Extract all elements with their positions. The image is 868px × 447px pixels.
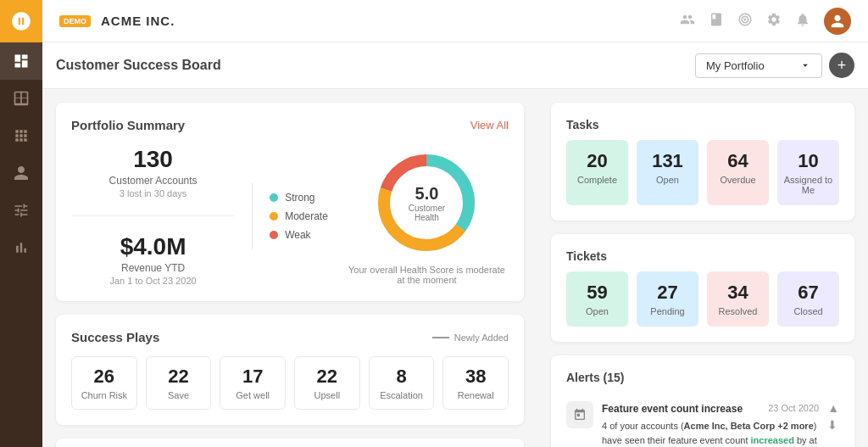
sidebar-item-person[interactable] — [0, 154, 42, 192]
page-title: Customer Success Board — [56, 58, 221, 73]
health-note: Your overall Health Score is moderate at… — [345, 265, 509, 285]
task-overdue[interactable]: 64 Overdue — [707, 140, 769, 205]
newly-added: Newly Added — [432, 332, 509, 343]
play-churn-risk-label: Churn Risk — [77, 390, 131, 400]
task-overdue-label: Overdue — [712, 175, 764, 185]
task-complete[interactable]: 20 Complete — [566, 140, 628, 205]
success-plays-header: Success Plays Newly Added — [71, 330, 509, 344]
portfolio-summary-card: Portfolio Summary View All 130 Customer … — [56, 103, 524, 301]
sidebar-logo[interactable] — [0, 0, 42, 42]
avatar[interactable] — [824, 8, 851, 35]
ticket-closed-label: Closed — [782, 306, 834, 316]
ticket-pending-label: Pending — [642, 306, 693, 316]
legend-strong-dot — [270, 193, 278, 202]
alert-1-action-up[interactable]: ▲ — [827, 401, 839, 415]
legend-strong: Strong — [270, 192, 328, 204]
play-escalation-label: Escalation — [375, 390, 429, 400]
portfolio-dropdown-value: My Portfolio — [706, 59, 765, 72]
apps-icon — [13, 127, 30, 144]
alerts-title: Alerts (15) — [566, 371, 839, 384]
vertical-divider — [252, 182, 253, 250]
portfolio-summary-header: Portfolio Summary View All — [71, 118, 509, 132]
ticket-closed[interactable]: 67 Closed — [777, 271, 839, 327]
task-assigned[interactable]: 10 Assigned to Me — [777, 140, 839, 205]
alert-1-text: 4 of your accounts (Acme Inc, Beta Corp … — [602, 419, 819, 447]
tasks-card: Tasks 20 Complete 131 Open 64 Overdue — [551, 103, 854, 221]
logo-icon — [10, 10, 32, 32]
ticket-open-value: 59 — [571, 282, 623, 304]
donut-label: 5.0 Customer Health — [399, 183, 454, 221]
target-icon[interactable] — [737, 12, 753, 30]
play-upsell-label: Upsell — [300, 390, 354, 400]
portfolio-dropdown[interactable]: My Portfolio — [695, 53, 822, 78]
portfolio-select: My Portfolio + — [695, 53, 854, 78]
portfolio-stats: 130 Customer Accounts 3 lost in 30 days … — [71, 146, 235, 286]
play-save[interactable]: 22 Save — [146, 356, 212, 410]
alert-1-actions: ▲ ⬇ — [827, 401, 839, 447]
ticket-closed-value: 67 — [782, 282, 834, 304]
topbar: DEMO ACME INC. — [42, 0, 868, 42]
play-churn-risk[interactable]: 26 Churn Risk — [71, 356, 137, 410]
success-plays-card: Success Plays Newly Added 26 Churn Risk … — [56, 315, 524, 425]
task-open[interactable]: 131 Open — [637, 140, 698, 205]
tickets-card: Tickets 59 Open 27 Pending 34 Resolved — [551, 234, 854, 342]
customer-accounts-sub: 3 lost in 30 days — [71, 188, 235, 198]
portfolio-analysis-card: Portfolio Analysis — [56, 439, 524, 447]
ticket-open[interactable]: 59 Open — [566, 271, 628, 327]
plays-grid: 26 Churn Risk 22 Save 17 Get well 22 Ups… — [71, 356, 509, 410]
revenue-value: $4.0M — [71, 233, 235, 260]
health-score-value: 5.0 — [399, 183, 454, 203]
tasks-title: Tasks — [566, 118, 839, 131]
task-complete-label: Complete — [571, 175, 623, 185]
play-get-well[interactable]: 17 Get well — [220, 356, 286, 410]
play-save-label: Save — [152, 390, 206, 400]
ticket-resolved[interactable]: 34 Resolved — [707, 271, 769, 327]
task-assigned-value: 10 — [782, 150, 834, 172]
sidebar-item-sliders[interactable] — [0, 192, 42, 229]
play-upsell[interactable]: 22 Upsell — [294, 356, 360, 410]
chart-icon — [13, 239, 30, 256]
play-renewal-label: Renewal — [448, 390, 503, 400]
topbar-icons — [680, 8, 851, 35]
tickets-grid: 59 Open 27 Pending 34 Resolved 67 Closed — [566, 271, 839, 327]
tickets-title: Tickets — [566, 249, 839, 263]
play-renewal[interactable]: 38 Renewal — [442, 356, 509, 410]
alert-1-date: 23 Oct 2020 — [768, 401, 819, 416]
revenue-block: $4.0M Revenue YTD Jan 1 to Oct 23 2020 — [71, 233, 235, 286]
ticket-resolved-value: 34 — [712, 282, 764, 304]
play-save-number: 22 — [152, 366, 206, 388]
bell-icon[interactable] — [795, 12, 810, 30]
chart-section: 5.0 Customer Health Your overall Health … — [345, 148, 509, 285]
task-open-value: 131 — [642, 150, 693, 172]
play-get-well-number: 17 — [225, 366, 280, 388]
dashboard-icon — [13, 53, 30, 70]
sidebar — [0, 0, 42, 447]
plus-button[interactable]: + — [829, 53, 854, 78]
newly-added-line — [432, 337, 449, 338]
settings-icon[interactable] — [766, 12, 782, 30]
tasks-grid: 20 Complete 131 Open 64 Overdue 10 Assig… — [566, 140, 839, 205]
left-panel: Portfolio Summary View All 130 Customer … — [42, 89, 537, 447]
view-all-link[interactable]: View All — [470, 119, 509, 131]
sidebar-item-chart[interactable] — [0, 229, 42, 266]
sidebar-item-dashboard[interactable] — [0, 42, 42, 80]
ticket-pending[interactable]: 27 Pending — [637, 271, 698, 327]
right-panel: Tasks 20 Complete 131 Open 64 Overdue — [537, 89, 868, 447]
health-label: Customer Health — [399, 203, 454, 221]
play-churn-risk-number: 26 — [77, 366, 131, 388]
revenue-label: Revenue YTD — [71, 262, 235, 274]
play-escalation[interactable]: 8 Escalation — [369, 356, 435, 410]
ticket-resolved-label: Resolved — [712, 306, 764, 316]
success-plays-title: Success Plays — [71, 330, 159, 344]
task-assigned-label: Assigned to Me — [782, 175, 834, 195]
main: DEMO ACME INC. Customer Success Bo — [42, 0, 868, 447]
chevron-down-icon — [799, 59, 811, 71]
customer-accounts-label: Customer Accounts — [71, 175, 235, 187]
sidebar-item-grid[interactable] — [0, 80, 42, 117]
user-switch-icon[interactable] — [680, 12, 695, 30]
alert-1-action-down[interactable]: ⬇ — [827, 418, 839, 432]
sidebar-item-apps[interactable] — [0, 117, 42, 154]
legend-strong-label: Strong — [285, 192, 314, 204]
task-complete-value: 20 — [571, 150, 623, 172]
book-icon[interactable] — [709, 12, 724, 30]
